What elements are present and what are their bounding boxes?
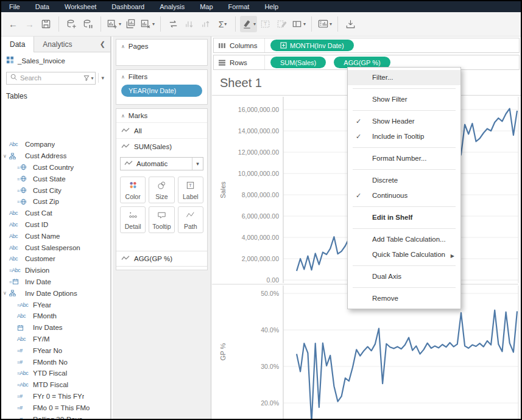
field-rolling-30-days[interactable]: =#Rolling 30-Days: [1, 413, 110, 419]
field-division[interactable]: =AbcDivision: [1, 265, 110, 276]
download-icon[interactable]: [342, 16, 359, 32]
save-icon[interactable]: [38, 16, 54, 32]
context-menu-item-quick-table-calculation[interactable]: Quick Table Calculation▶: [348, 247, 460, 262]
marks-sum-sales-row[interactable]: SUM(Sales): [116, 138, 207, 154]
pages-card[interactable]: ∧Pages: [116, 39, 208, 66]
field-cust-state[interactable]: =Cust State: [1, 173, 110, 184]
context-menu-item-remove[interactable]: Remove: [348, 291, 460, 306]
totals-icon[interactable]: Σ▾: [214, 16, 231, 32]
svg-text:30.0%: 30.0%: [261, 363, 279, 370]
menu-map[interactable]: Map: [200, 3, 213, 10]
menu-help[interactable]: Help: [264, 3, 278, 10]
swap-rows-columns-icon[interactable]: [165, 16, 182, 32]
context-menu-item-discrete[interactable]: Discrete: [348, 173, 460, 188]
columns-shelf[interactable]: Columns MONTH(Inv Date): [213, 38, 520, 53]
context-menu-item-edit-in-shelf[interactable]: Edit in Shelf: [348, 210, 460, 225]
collapse-filters-icon[interactable]: ∧: [121, 74, 125, 80]
filter-fields-icon[interactable]: ▾: [83, 74, 93, 82]
field-cust-salesperson[interactable]: AbcCust Salesperson: [1, 242, 110, 253]
field-customer[interactable]: AbcCustomer: [1, 253, 110, 265]
size-button[interactable]: Size: [149, 177, 174, 203]
tab-analytics[interactable]: Analytics: [34, 37, 80, 52]
text-label-icon[interactable]: T: [257, 16, 273, 32]
svg-text:40.0%: 40.0%: [261, 326, 279, 334]
collapse-pages-icon[interactable]: ∧: [121, 44, 125, 49]
sort-descending-icon[interactable]: [198, 16, 214, 32]
check-icon: ✓: [356, 191, 361, 200]
field-cust-address[interactable]: ∨Cust Address: [1, 150, 110, 162]
marks-agg-gp-row[interactable]: AGG(GP %): [116, 251, 207, 267]
detail-button[interactable]: Detail: [120, 206, 146, 233]
mark-type-select[interactable]: Automatic▾: [120, 157, 203, 170]
field-company[interactable]: AbcCompany: [1, 139, 110, 150]
menu-file[interactable]: File: [9, 3, 20, 10]
marks-all-row[interactable]: All: [116, 122, 207, 138]
undo-icon[interactable]: ←: [5, 16, 21, 32]
add-datasource-icon[interactable]: [63, 16, 80, 32]
field-fyear-no[interactable]: =#FYear No: [1, 345, 110, 356]
field-inv-dates[interactable]: Inv Dates: [1, 322, 110, 334]
show-me-icon[interactable]: ▾: [316, 16, 333, 32]
datasource-row[interactable]: _Sales_Invoice: [1, 52, 110, 69]
menu-separator: [353, 287, 456, 288]
field-cust-id[interactable]: AbcCust ID: [1, 219, 110, 231]
tab-data[interactable]: Data: [1, 37, 34, 52]
context-menu-item-dual-axis[interactable]: Dual Axis: [348, 269, 460, 284]
collapse-hierarchy-icon[interactable]: ∨: [3, 290, 9, 296]
cell-size-icon[interactable]: ▾: [290, 16, 307, 32]
field-cust-city[interactable]: =Cust City: [1, 184, 110, 196]
menu-analysis[interactable]: Analysis: [160, 3, 185, 10]
view-options-icon[interactable]: ▾: [98, 73, 107, 83]
field-inv-date-options[interactable]: ∨Inv Date Options: [1, 287, 110, 299]
field-cust-zip[interactable]: =Cust Zip: [1, 196, 110, 208]
clear-sheet-icon[interactable]: ▾: [139, 16, 156, 32]
filter-pill-year-inv-date[interactable]: YEAR(Inv Date): [121, 85, 202, 97]
label-button[interactable]: TLabel: [178, 177, 203, 203]
field-cust-cat[interactable]: AbcCust Cat: [1, 208, 110, 219]
chevron-down-icon[interactable]: ▾: [192, 158, 203, 170]
field-fyr-0-this-fyr[interactable]: =#FYr 0 = This FYr: [1, 391, 110, 402]
filters-card[interactable]: ∧Filters YEAR(Inv Date): [116, 69, 208, 105]
field-mtd-fiscal[interactable]: =AbcMTD Fiscal: [1, 379, 110, 391]
format-worksheet-icon[interactable]: [273, 16, 290, 32]
search-input[interactable]: Search ▾: [6, 72, 96, 85]
highlight-icon[interactable]: ▾: [240, 16, 257, 32]
context-menu-item-include-in-tooltip[interactable]: ✓Include in Tooltip: [348, 129, 460, 144]
menu-dashboard[interactable]: Dashboard: [111, 3, 144, 10]
field-inv-date[interactable]: =Inv Date: [1, 276, 110, 288]
context-menu-item-show-filter[interactable]: Show Filter: [348, 92, 460, 107]
field-fy-m[interactable]: AbcFY/M: [1, 334, 110, 345]
sort-ascending-icon[interactable]: [182, 16, 198, 32]
pill-month-inv-date[interactable]: MONTH(Inv Date): [270, 40, 354, 51]
color-button[interactable]: Color: [120, 177, 146, 203]
context-menu-item-format-number[interactable]: Format Number...: [348, 151, 460, 166]
menu-worksheet[interactable]: Worksheet: [65, 3, 96, 10]
menu-data[interactable]: Data: [35, 3, 49, 10]
field-cust-name[interactable]: AbcCust Name: [1, 230, 110, 242]
redo-icon[interactable]: →: [21, 16, 38, 32]
pill-sum-sales[interactable]: SUM(Sales): [270, 57, 326, 68]
pause-updates-icon[interactable]: [80, 16, 96, 32]
collapse-hierarchy-icon[interactable]: ∨: [3, 153, 9, 159]
field-cust-country[interactable]: =Cust Country: [1, 162, 110, 173]
context-menu-item-continuous[interactable]: ✓Continuous: [348, 188, 460, 203]
path-button[interactable]: Path: [178, 206, 203, 233]
field-fmo-0-this-fmo[interactable]: =#FMo 0 = This FMo: [1, 402, 110, 413]
field-fyear[interactable]: =AbcFYear: [1, 299, 110, 310]
expand-plus-icon[interactable]: [280, 42, 287, 49]
collapse-pane-icon[interactable]: ❮: [95, 37, 110, 52]
new-worksheet-icon[interactable]: ▾: [105, 16, 122, 32]
tooltip-button[interactable]: Tooltip: [149, 206, 174, 233]
context-menu-item-show-header[interactable]: ✓Show Header: [348, 114, 460, 129]
abc-icon: Abc: [17, 336, 33, 342]
field-fmonth-no[interactable]: =#FMonth No: [1, 356, 110, 368]
menu-format[interactable]: Format: [228, 3, 250, 10]
datasource-icon: [6, 56, 14, 65]
field-fmonth[interactable]: AbcFMonth: [1, 310, 110, 322]
field-ytd-fiscal[interactable]: =AbcYTD Fiscal: [1, 368, 110, 379]
context-menu-item-filter[interactable]: Filter...: [348, 70, 460, 85]
collapse-marks-icon[interactable]: ∧: [121, 113, 125, 119]
duplicate-sheet-icon[interactable]: [122, 16, 139, 32]
rows-icon: [218, 59, 226, 66]
context-menu-item-add-table-calculation[interactable]: Add Table Calculation...: [348, 232, 460, 247]
